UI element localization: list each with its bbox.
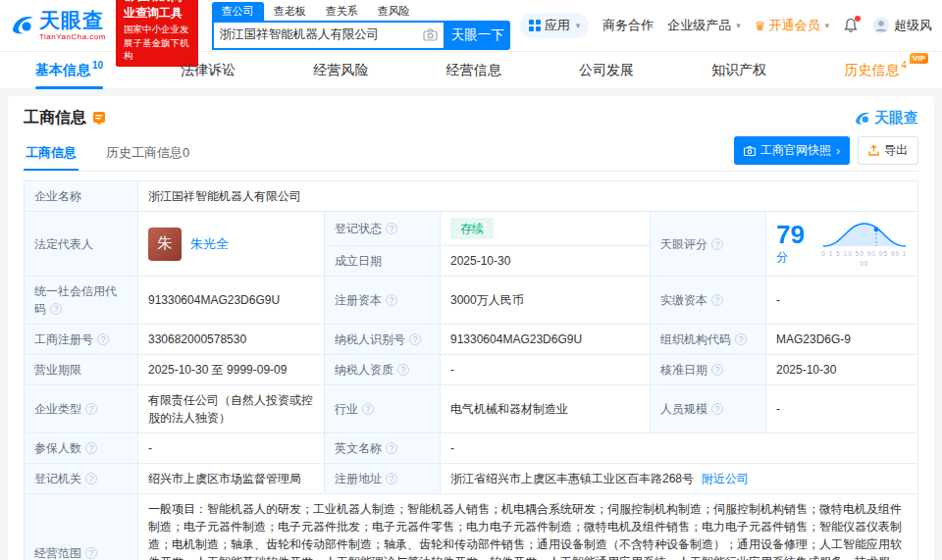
tianyancha-logo[interactable]: 天眼查 TianYanCha.com — [10, 10, 106, 41]
establish-date-label: 成立日期 — [325, 246, 441, 277]
search-input[interactable] — [220, 28, 423, 42]
search-tab-boss[interactable]: 查老板 — [264, 2, 316, 21]
official-snapshot-button[interactable]: 工商官网快照 — [734, 136, 850, 165]
help-icon[interactable] — [362, 403, 374, 415]
notification-dot — [855, 16, 861, 22]
legal-rep-avatar[interactable]: 朱 — [148, 228, 182, 261]
table-row: 法定代表人 朱 朱光全 登记状态 存续 天眼评分 — [25, 212, 918, 246]
logo-swoosh-icon — [10, 13, 35, 38]
search-button[interactable]: 天眼一下 — [445, 21, 510, 50]
crown-icon: ♛ — [755, 19, 766, 33]
score-distribution-chart: 0 1 5 10 50 90 95 99 100 — [821, 220, 908, 269]
business-term-label: 营业期限 — [25, 355, 138, 385]
nav-company-development-label: 公司发展 — [579, 62, 634, 79]
search-tab-risk[interactable]: 查风险 — [368, 2, 420, 21]
establish-date-value: 2025-10-30 — [441, 246, 651, 277]
score-value[interactable]: 79分 — [776, 222, 813, 266]
score-axis-ticks: 0 1 5 10 50 90 95 99 100 — [821, 249, 908, 269]
table-row: 企业类型 有限责任公司（自然人投资或控股的法人独资） 行业 电气机械和器材制造业… — [25, 385, 918, 433]
nav-company-development[interactable]: 公司发展 — [579, 52, 634, 89]
nav-operation-info[interactable]: 经营信息 — [446, 52, 501, 89]
nav-legal-proceedings-label: 法律诉讼 — [181, 62, 236, 79]
company-name-label: 企业名称 — [25, 181, 138, 212]
insured-count-value: - — [138, 433, 325, 464]
camera-icon[interactable] — [423, 28, 438, 41]
table-row: 参保人数 - 英文名称 - — [25, 433, 918, 464]
reg-address-label: 注册地址 — [325, 464, 441, 494]
vip-badge: VIP — [910, 53, 928, 64]
help-icon[interactable] — [50, 303, 62, 315]
score-cell: 79分 0 1 5 10 50 90 95 99 100 — [766, 212, 918, 277]
export-label: 导出 — [884, 142, 908, 159]
app-menu[interactable]: 应用 — [520, 13, 590, 38]
staff-size-label: 人员规模 — [651, 385, 766, 433]
certificate-icon — [92, 111, 106, 126]
export-button[interactable]: 导出 — [858, 136, 918, 165]
help-icon[interactable] — [397, 364, 409, 376]
legal-rep-name-link[interactable]: 朱光全 — [190, 234, 229, 254]
taxpayer-id-label: 纳税人识别号 — [325, 325, 441, 355]
taxpayer-quality-label: 纳税人资质 — [325, 355, 441, 385]
app-menu-label: 应用 — [545, 17, 570, 34]
sub-tab-row: 工商信息 历史工商信息0 工商官网快照 导出 — [24, 136, 918, 172]
nav-basic-info[interactable]: 基本信息 10 — [35, 52, 103, 89]
help-icon[interactable] — [85, 442, 97, 454]
reg-authority-value: 绍兴市上虞区市场监督管理局 — [138, 464, 325, 494]
help-icon[interactable] — [711, 238, 723, 250]
user-account[interactable]: 超级风 — [872, 17, 932, 34]
header-menu: 应用 商务合作 企业级产品 ♛ 开通会员 超级风 — [520, 13, 932, 38]
business-scope-value: 一般项目：智能机器人的研发；工业机器人制造；智能机器人销售；机电耦合系统研发；伺… — [138, 494, 918, 560]
help-icon[interactable] — [85, 403, 97, 415]
vip-upgrade-label: 开通会员 — [768, 17, 819, 34]
user-avatar-icon — [872, 17, 890, 34]
business-scope-label: 经营范围 — [25, 494, 138, 560]
snapshot-camera-icon — [744, 146, 756, 156]
help-icon[interactable] — [386, 473, 397, 484]
nav-operation-risk-label: 经营风险 — [314, 62, 369, 79]
nav-legal-proceedings[interactable]: 法律诉讼 — [181, 52, 236, 89]
help-icon[interactable] — [85, 547, 97, 559]
nav-intellectual-property[interactable]: 知识产权 — [711, 52, 766, 89]
score-curve-icon — [821, 220, 908, 249]
search-tab-company[interactable]: 查公司 — [212, 2, 264, 21]
main-content: 工商信息 天眼查 工商信息 历史工商信息0 — [0, 88, 942, 560]
help-icon[interactable] — [386, 294, 397, 306]
help-icon[interactable] — [97, 333, 109, 345]
help-icon[interactable] — [386, 442, 397, 454]
staff-size-value: - — [766, 385, 918, 433]
reg-address-value: 浙江省绍兴市上虞区丰惠镇工业区百丰路268号 — [450, 472, 694, 485]
reg-status-value: 存续 — [441, 212, 651, 246]
nav-intellectual-property-label: 知识产权 — [711, 62, 766, 79]
reg-number-value: 330682000578530 — [138, 325, 325, 355]
nav-history-info[interactable]: 历史信息 4 VIP — [844, 52, 907, 89]
nearby-companies-link[interactable]: 附近公司 — [702, 472, 749, 485]
app-grid-icon — [529, 20, 541, 31]
industry-label: 行业 — [325, 385, 441, 433]
taxpayer-quality-value: - — [441, 355, 651, 385]
help-icon[interactable] — [409, 333, 421, 345]
score-label: 天眼评分 — [651, 212, 766, 277]
status-badge: 存续 — [450, 218, 494, 239]
help-icon[interactable] — [85, 473, 97, 484]
enterprise-product-menu[interactable]: 企业级产品 — [667, 17, 741, 34]
business-cooperation-label: 商务合作 — [602, 17, 654, 34]
org-code-label: 组织机构代码 — [651, 325, 766, 355]
help-icon[interactable] — [711, 403, 723, 415]
notification-bell[interactable] — [843, 18, 859, 33]
vip-upgrade-menu[interactable]: ♛ 开通会员 — [755, 17, 829, 34]
nav-operation-risk[interactable]: 经营风险 — [314, 52, 369, 89]
nav-history-info-label: 历史信息 — [844, 62, 899, 79]
help-icon[interactable] — [711, 364, 723, 376]
search-tab-relation[interactable]: 查关系 — [316, 2, 368, 21]
search-area: 查公司 查老板 查关系 查风险 天眼一下 — [212, 2, 510, 50]
business-info-table: 企业名称 浙江国祥智能机器人有限公司 法定代表人 朱 朱光全 登记状态 — [24, 180, 918, 560]
table-row: 营业期限 2025-10-30 至 9999-09-09 纳税人资质 - 核准日… — [25, 355, 918, 385]
tab-business-info[interactable]: 工商信息 — [24, 140, 78, 171]
business-cooperation-link[interactable]: 商务合作 — [602, 17, 654, 34]
help-icon[interactable] — [386, 223, 397, 234]
tab-history-business-info[interactable]: 历史工商信息0 — [104, 140, 191, 171]
help-icon[interactable] — [711, 294, 723, 306]
search-box[interactable] — [212, 21, 445, 50]
promo-line-1: 都在用的商业查询工具 — [124, 0, 190, 23]
help-icon[interactable] — [735, 333, 747, 345]
